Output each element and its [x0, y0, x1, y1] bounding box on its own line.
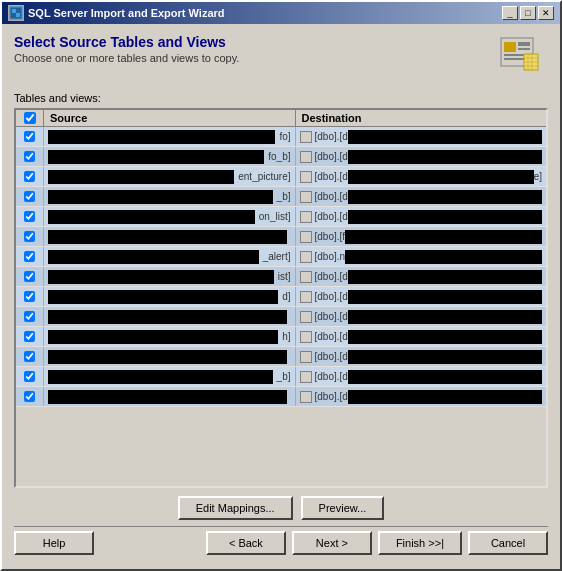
- table-icon: [300, 131, 312, 143]
- nav-left: Help: [14, 531, 94, 555]
- table-icon: [300, 311, 312, 323]
- row-source-2: fo_b]: [44, 147, 296, 166]
- row-source-1: fo]: [44, 127, 296, 146]
- check-all-checkbox[interactable]: [24, 112, 36, 124]
- title-bar: SQL Server Import and Export Wizard _ □ …: [2, 2, 560, 24]
- row-dest-10: [dbo].[d: [296, 307, 547, 326]
- window-title: SQL Server Import and Export Wizard: [28, 7, 225, 19]
- svg-rect-4: [504, 42, 516, 52]
- table-row: [dbo].[d: [16, 307, 546, 327]
- table-row: ist] [dbo].[d: [16, 267, 546, 287]
- back-button[interactable]: < Back: [206, 531, 286, 555]
- close-button[interactable]: ✕: [538, 6, 554, 20]
- svg-rect-1: [12, 9, 16, 13]
- cancel-button[interactable]: Cancel: [468, 531, 548, 555]
- title-bar-left: SQL Server Import and Export Wizard: [8, 5, 225, 21]
- table-row: _b] [dbo].[d: [16, 367, 546, 387]
- row-source-11: h]: [44, 327, 296, 346]
- row-dest-12: [dbo].[d: [296, 347, 547, 366]
- row-source-12: [44, 347, 296, 366]
- row-checkbox-11[interactable]: [16, 327, 44, 346]
- row-dest-11: [dbo].[d: [296, 327, 547, 346]
- table-row: on_list] [dbo].[d: [16, 207, 546, 227]
- row-checkbox-10[interactable]: [16, 307, 44, 326]
- row-dest-3: [dbo].[d e]: [296, 167, 547, 186]
- minimize-button[interactable]: _: [502, 6, 518, 20]
- table-icon: [300, 251, 312, 263]
- row-checkbox-3[interactable]: [16, 167, 44, 186]
- row-checkbox-7[interactable]: [16, 247, 44, 266]
- table-header: Source Destination: [16, 110, 546, 127]
- row-source-7: _alert]: [44, 247, 296, 266]
- table-row: _alert] [dbo].n: [16, 247, 546, 267]
- row-checkbox-4[interactable]: [16, 187, 44, 206]
- table-icon: [300, 291, 312, 303]
- row-source-6: [44, 227, 296, 246]
- row-dest-7: [dbo].n: [296, 247, 547, 266]
- table-row: fo_b] [dbo].[d: [16, 147, 546, 167]
- header-text: Select Source Tables and Views Choose on…: [14, 34, 496, 64]
- section-label: Tables and views:: [14, 92, 548, 104]
- check-all-header[interactable]: [16, 110, 44, 126]
- row-checkbox-1[interactable]: [16, 127, 44, 146]
- row-dest-8: [dbo].[d: [296, 267, 547, 286]
- svg-rect-6: [518, 48, 530, 50]
- row-dest-1: [dbo].[d: [296, 127, 547, 146]
- app-icon: [8, 5, 24, 21]
- preview-button[interactable]: Preview...: [301, 496, 385, 520]
- table-icon: [300, 191, 312, 203]
- page-subtitle: Choose one or more tables and views to c…: [14, 52, 496, 64]
- finish-button[interactable]: Finish >>|: [378, 531, 462, 555]
- row-source-13: _b]: [44, 367, 296, 386]
- page-title: Select Source Tables and Views: [14, 34, 496, 50]
- maximize-button[interactable]: □: [520, 6, 536, 20]
- header-section: Select Source Tables and Views Choose on…: [14, 34, 548, 82]
- main-window: SQL Server Import and Export Wizard _ □ …: [0, 0, 562, 571]
- table-icon: [300, 331, 312, 343]
- row-checkbox-14[interactable]: [16, 387, 44, 406]
- row-dest-13: [dbo].[d: [296, 367, 547, 386]
- row-dest-9: [dbo].[d: [296, 287, 547, 306]
- mapping-buttons: Edit Mappings... Preview...: [14, 496, 548, 520]
- row-checkbox-12[interactable]: [16, 347, 44, 366]
- row-checkbox-8[interactable]: [16, 267, 44, 286]
- row-checkbox-6[interactable]: [16, 227, 44, 246]
- help-button[interactable]: Help: [14, 531, 94, 555]
- tables-view: Source Destination fo] [dbo].[d: [14, 108, 548, 488]
- table-row: [dbo].[d: [16, 387, 546, 407]
- row-source-10: [44, 307, 296, 326]
- table-row: ent_picture] [dbo].[d e]: [16, 167, 546, 187]
- content-area: Select Source Tables and Views Choose on…: [2, 24, 560, 569]
- wizard-icon: [496, 34, 548, 82]
- table-row: _b] [dbo].[d: [16, 187, 546, 207]
- title-controls: _ □ ✕: [502, 6, 554, 20]
- dest-column-header: Destination: [296, 110, 547, 126]
- table-body: fo] [dbo].[d fo_b]: [16, 127, 546, 486]
- row-source-8: ist]: [44, 267, 296, 286]
- row-dest-5: [dbo].[d: [296, 207, 547, 226]
- edit-mappings-button[interactable]: Edit Mappings...: [178, 496, 293, 520]
- row-source-9: d]: [44, 287, 296, 306]
- table-icon: [300, 271, 312, 283]
- table-row: d] [dbo].[d: [16, 287, 546, 307]
- table-row: fo] [dbo].[d: [16, 127, 546, 147]
- row-dest-14: [dbo].[d: [296, 387, 547, 406]
- table-icon: [300, 151, 312, 163]
- table-icon: [300, 231, 312, 243]
- table-icon: [300, 371, 312, 383]
- row-checkbox-13[interactable]: [16, 367, 44, 386]
- row-checkbox-9[interactable]: [16, 287, 44, 306]
- row-dest-6: [dbo].[f: [296, 227, 547, 246]
- next-button[interactable]: Next >: [292, 531, 372, 555]
- nav-right: < Back Next > Finish >>| Cancel: [206, 531, 548, 555]
- row-checkbox-2[interactable]: [16, 147, 44, 166]
- row-dest-4: [dbo].[d: [296, 187, 547, 206]
- row-source-5: on_list]: [44, 207, 296, 226]
- table-icon: [300, 171, 312, 183]
- row-checkbox-5[interactable]: [16, 207, 44, 226]
- table-row: [dbo].[d: [16, 347, 546, 367]
- table-icon: [300, 351, 312, 363]
- svg-rect-5: [518, 42, 530, 46]
- svg-rect-2: [16, 13, 20, 17]
- row-source-4: _b]: [44, 187, 296, 206]
